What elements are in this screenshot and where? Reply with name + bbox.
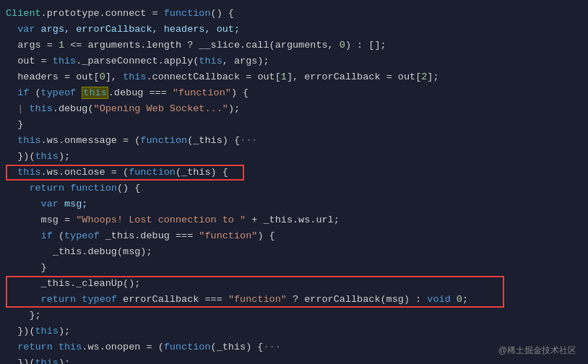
code-line: out = this._parseConnect.apply(this, arg… xyxy=(0,53,588,69)
code-line: return typeof errorCallback === "functio… xyxy=(0,292,588,308)
line-content: } xyxy=(6,117,23,133)
code-line: | this.debug("Opening Web Socket..."); xyxy=(0,101,588,117)
code-line: })(this); xyxy=(0,324,588,339)
code-line: if (typeof _this.debug === "function") { xyxy=(0,228,588,244)
code-line: if (typeof this.debug === "function") { xyxy=(0,85,588,101)
line-content: | this.debug("Opening Web Socket..."); xyxy=(6,101,240,117)
line-content: _this.debug(msg); xyxy=(6,244,152,260)
code-line: _this.debug(msg); xyxy=(0,244,588,260)
line-content: return function() { xyxy=(6,181,140,196)
code-line: var msg; xyxy=(0,196,588,212)
line-content: var args, errorCallback, headers, out; xyxy=(6,22,240,38)
code-line: })(this); xyxy=(0,149,588,165)
code-line: }; xyxy=(0,308,588,324)
code-line: msg = "Whoops! Lost connection to " + _t… xyxy=(0,212,588,228)
code-editor: Client.prototype.connect = function() { … xyxy=(0,0,588,364)
line-content: })(this); xyxy=(6,149,70,165)
line-content: out = this._parseConnect.apply(this, arg… xyxy=(6,53,269,69)
code-line: args = 1 <= arguments.length ? __slice.c… xyxy=(0,38,588,53)
line-content: }; xyxy=(6,308,41,324)
line-content: Client.prototype.connect = function() { xyxy=(6,6,234,22)
line-content: this.ws.onclose = (function(_this) { xyxy=(6,165,228,181)
code-line: this.ws.onmessage = (function(_this) {··… xyxy=(0,133,588,149)
line-content: this.ws.onmessage = (function(_this) {··… xyxy=(6,133,257,149)
line-content: })(this); xyxy=(6,355,70,364)
line-content: args = 1 <= arguments.length ? __slice.c… xyxy=(6,38,386,53)
code-line: headers = out[0], this.connectCallback =… xyxy=(0,69,588,85)
line-content: if (typeof this.debug === "function") { xyxy=(6,85,248,101)
code-line: var args, errorCallback, headers, out; xyxy=(0,22,588,38)
line-content: })(this); xyxy=(6,324,70,339)
code-line: } xyxy=(0,260,588,276)
line-content: } xyxy=(6,260,47,276)
line-content: _this._cleanUp(); xyxy=(6,276,140,292)
code-line: this.ws.onclose = (function(_this) { xyxy=(0,165,588,181)
code-line: Client.prototype.connect = function() { xyxy=(0,6,588,22)
watermark: @稀土掘金技术社区 xyxy=(498,344,576,357)
code-line: return function() { xyxy=(0,181,588,196)
line-content: var msg; xyxy=(6,196,87,212)
line-content: msg = "Whoops! Lost connection to " + _t… xyxy=(6,212,340,228)
line-content: headers = out[0], this.connectCallback =… xyxy=(6,69,439,85)
code-line: } xyxy=(0,117,588,133)
line-content: return this.ws.onopen = (function(_this)… xyxy=(6,339,281,355)
line-content: if (typeof _this.debug === "function") { xyxy=(6,228,275,244)
line-content: return typeof errorCallback === "functio… xyxy=(6,292,468,308)
code-line: _this._cleanUp(); xyxy=(0,276,588,292)
